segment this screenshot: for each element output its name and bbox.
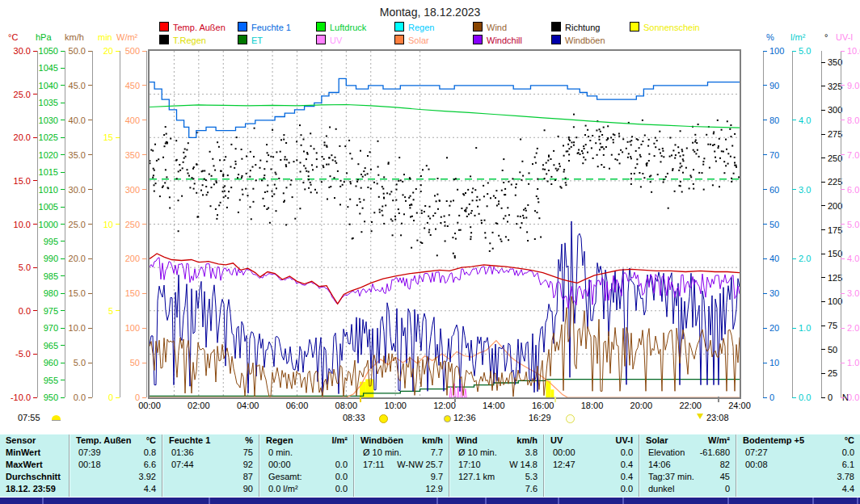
wind-direction-dot (392, 220, 394, 222)
axis-event-tick (360, 397, 361, 402)
axis-tick-temp (33, 267, 37, 268)
wind-direction-dot (618, 153, 620, 155)
wind-direction-dot (563, 169, 565, 170)
wind-direction-dot (726, 149, 727, 150)
sun-event-time-moonset-am: 07:55 (18, 413, 40, 422)
axis-tick-deg (821, 326, 825, 326)
taskbar-strip[interactable] (0, 498, 860, 504)
axis-tick-deg (821, 229, 825, 230)
legend-item-regen: Regen (394, 22, 434, 32)
wind-direction-dot (352, 237, 354, 239)
wind-direction-dot (469, 204, 470, 205)
wind-direction-dot (445, 225, 446, 227)
axis-tick-hpa (61, 103, 65, 103)
wind-direction-dot (230, 187, 232, 188)
wind-direction-dot (636, 158, 638, 160)
wind-direction-dot (206, 194, 208, 195)
wind-direction-dot (495, 197, 496, 199)
axis-tick-deg (821, 277, 825, 278)
wind-direction-dot (492, 248, 494, 250)
wind-direction-dot (280, 151, 281, 153)
x-axis-tick-label: 18:00 (575, 401, 610, 410)
wind-direction-dot (200, 190, 202, 191)
wind-direction-dot (405, 200, 407, 202)
cell-label: Elevation (646, 447, 685, 459)
axis-tick-label-wm2: 400 (112, 116, 140, 125)
wind-direction-dot (246, 156, 247, 158)
axis-tick-label-kmh: 0.0 (58, 393, 86, 402)
legend-swatch-icon (316, 22, 326, 32)
wind-direction-dot (316, 166, 318, 168)
cell-value: 82 (720, 459, 730, 471)
legend-swatch-icon (159, 35, 169, 44)
wind-direction-dot (166, 176, 167, 178)
wind-direction-dot (283, 192, 285, 194)
wind-direction-dot (682, 158, 684, 160)
column-unit: km/h (516, 435, 538, 447)
axis-tick-label-hpa: 1000 (31, 220, 58, 229)
wind-direction-dot (712, 145, 714, 146)
axis-tick-hpa (61, 241, 65, 242)
wind-direction-dot (571, 141, 573, 143)
wind-direction-dot (178, 200, 179, 201)
axis-tick-label-uvi: 7.0 (847, 150, 860, 160)
wind-direction-dot (437, 208, 439, 210)
wind-direction-dot (339, 186, 341, 187)
wind-direction-dot (643, 177, 645, 178)
wind-direction-dot (503, 182, 504, 183)
wind-direction-dot (681, 166, 682, 167)
wind-direction-dot (261, 179, 263, 181)
cell-value: 45 (720, 471, 730, 483)
wind-direction-dot (663, 156, 664, 158)
x-axis-tick-label: 24:00 (722, 401, 757, 410)
sun-icon (379, 414, 388, 423)
wind-direction-dot (636, 163, 638, 165)
wind-direction-dot (559, 166, 561, 167)
row-header-label: Sensor (6, 435, 36, 447)
cell-value: 0.0 (335, 483, 348, 495)
wind-direction-dot (322, 166, 324, 168)
wind-direction-dot (330, 175, 331, 177)
axis-tick-lm2 (792, 120, 796, 120)
wind-direction-dot (597, 154, 598, 156)
wind-direction-dot (661, 155, 663, 157)
wind-direction-dot (698, 124, 699, 125)
axis-tick-uvi (841, 328, 845, 329)
cell-label: Ø 10 min. (360, 447, 402, 459)
wind-direction-dot (377, 183, 378, 184)
wind-direction-dot (327, 199, 328, 200)
axis-tick-label-hpa: 995 (31, 237, 58, 246)
wind-direction-dot (266, 161, 268, 162)
wind-direction-dot (470, 238, 471, 240)
wind-direction-dot (263, 205, 265, 207)
wind-direction-dot (610, 136, 612, 138)
wind-direction-dot (445, 241, 446, 242)
wind-direction-dot (582, 153, 584, 154)
wind-direction-dot (290, 179, 292, 181)
wind-direction-dot (669, 156, 671, 158)
wind-direction-dot (640, 186, 642, 187)
wind-direction-dot (681, 150, 683, 152)
wind-direction-dot (383, 197, 385, 199)
cell-value: 0.4 (621, 471, 633, 483)
legend-label: Luftdruck (330, 23, 366, 32)
wind-direction-dot (619, 162, 621, 164)
wind-direction-dot (449, 205, 450, 207)
wind-direction-dot (187, 169, 188, 170)
wind-direction-dot (322, 156, 323, 158)
wind-direction-dot (192, 178, 194, 179)
table-row: 07:4492 (163, 459, 259, 471)
table-row: 4.4 (70, 483, 162, 495)
wind-direction-dot (706, 134, 707, 136)
wind-direction-dot (522, 215, 524, 216)
table-group-sensor: SensorMinWertMaxWertDurchschnitt18.12. 2… (0, 435, 69, 497)
axis-tick-wm2 (142, 189, 146, 190)
column-title: Temp. Außen (76, 435, 131, 447)
wind-direction-dot (584, 134, 586, 136)
wind-direction-dot (247, 195, 249, 196)
wind-direction-dot (680, 155, 681, 157)
wind-direction-dot (194, 183, 196, 184)
wind-direction-dot (310, 145, 312, 147)
wind-direction-dot (310, 191, 312, 193)
wind-direction-dot (409, 207, 411, 208)
